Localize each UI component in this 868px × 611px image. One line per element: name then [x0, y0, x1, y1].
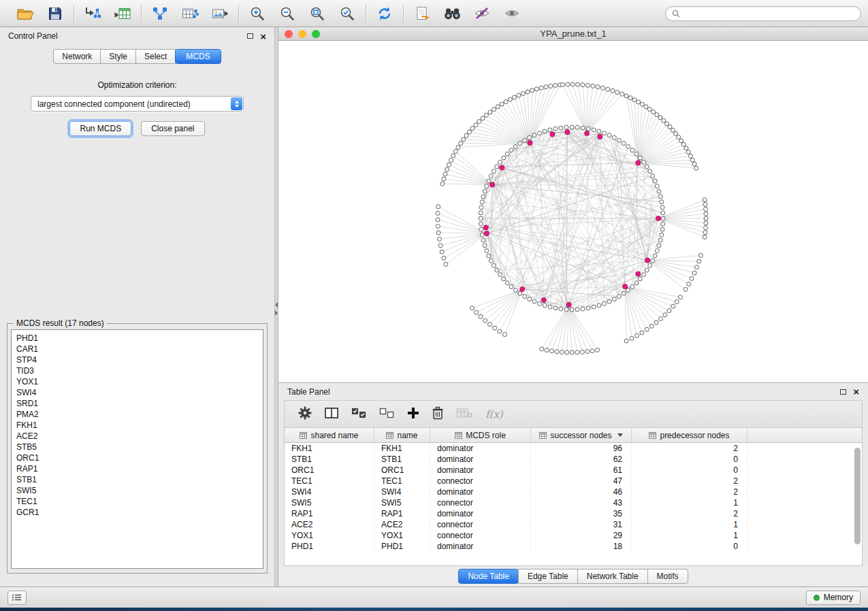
- collapse-right-icon[interactable]: [275, 310, 278, 316]
- network-node[interactable]: [651, 259, 655, 263]
- network-hub-TEC1[interactable]: [623, 284, 628, 289]
- network-node[interactable]: [647, 108, 652, 112]
- network-node[interactable]: [703, 231, 707, 235]
- network-node[interactable]: [559, 126, 563, 130]
- network-node[interactable]: [658, 116, 662, 120]
- network-node[interactable]: [453, 150, 457, 154]
- mcds-result-item[interactable]: ORC1: [16, 452, 263, 463]
- mcds-result-item[interactable]: GCR1: [16, 507, 263, 518]
- network-node[interactable]: [655, 184, 659, 188]
- network-hub-STP4[interactable]: [565, 130, 570, 135]
- network-node[interactable]: [495, 268, 499, 272]
- mcds-result-item[interactable]: PHD1: [16, 333, 263, 344]
- network-canvas[interactable]: [278, 41, 868, 382]
- network-node[interactable]: [626, 145, 630, 149]
- network-node[interactable]: [612, 135, 616, 139]
- table-row[interactable]: YOX1YOX1connector291: [285, 530, 862, 541]
- network-node[interactable]: [677, 135, 681, 139]
- network-node[interactable]: [543, 303, 547, 308]
- column-header-shared-name[interactable]: shared name: [285, 428, 374, 442]
- tab-select[interactable]: Select: [135, 49, 176, 64]
- network-node[interactable]: [521, 92, 525, 96]
- network-node[interactable]: [477, 120, 481, 124]
- maximize-window-traffic-light[interactable]: [312, 30, 320, 38]
- network-node[interactable]: [645, 165, 649, 169]
- network-node[interactable]: [481, 116, 485, 120]
- network-node[interactable]: [502, 277, 506, 281]
- network-node[interactable]: [498, 329, 502, 333]
- mcds-result-item[interactable]: SWI4: [16, 387, 263, 398]
- network-node[interactable]: [498, 273, 502, 277]
- network-node[interactable]: [532, 299, 536, 303]
- table-row[interactable]: FKH1FKH1dominator962: [285, 443, 862, 454]
- network-node[interactable]: [596, 85, 600, 89]
- network-node[interactable]: [590, 349, 594, 353]
- network-node[interactable]: [622, 291, 626, 295]
- network-node[interactable]: [660, 205, 664, 210]
- network-node[interactable]: [585, 350, 590, 354]
- network-node[interactable]: [504, 100, 508, 104]
- network-node[interactable]: [649, 324, 654, 328]
- network-node[interactable]: [657, 244, 661, 248]
- share-document-button[interactable]: [411, 3, 434, 24]
- network-node[interactable]: [602, 301, 607, 306]
- network-node[interactable]: [697, 259, 701, 263]
- network-node[interactable]: [508, 97, 512, 101]
- network-node[interactable]: [653, 179, 657, 183]
- network-node[interactable]: [559, 307, 563, 311]
- network-node[interactable]: [644, 105, 648, 109]
- network-node[interactable]: [445, 167, 449, 171]
- network-node[interactable]: [526, 90, 530, 94]
- network-node[interactable]: [545, 348, 549, 352]
- network-node[interactable]: [528, 297, 532, 301]
- network-node[interactable]: [548, 305, 552, 309]
- network-table-button[interactable]: [178, 3, 202, 24]
- network-node[interactable]: [674, 131, 678, 135]
- show-columns-button[interactable]: [325, 407, 338, 421]
- network-node[interactable]: [704, 226, 708, 230]
- network-node[interactable]: [517, 93, 521, 97]
- network-node[interactable]: [585, 83, 590, 87]
- network-node[interactable]: [481, 195, 485, 199]
- network-node[interactable]: [483, 318, 487, 323]
- network-node[interactable]: [586, 127, 590, 131]
- criterion-dropdown[interactable]: largest connected component (undirected): [31, 96, 244, 112]
- network-node[interactable]: [436, 211, 440, 215]
- network-node[interactable]: [437, 237, 441, 241]
- network-node[interactable]: [575, 350, 579, 354]
- network-node[interactable]: [617, 295, 621, 299]
- network-node[interactable]: [479, 222, 483, 226]
- network-node[interactable]: [638, 156, 642, 160]
- network-hub-SWI4[interactable]: [566, 302, 571, 307]
- network-node[interactable]: [492, 169, 496, 174]
- network-node[interactable]: [500, 102, 504, 106]
- network-graph[interactable]: [278, 41, 868, 382]
- network-node[interactable]: [496, 105, 500, 109]
- network-node[interactable]: [438, 244, 443, 248]
- network-node[interactable]: [538, 131, 542, 135]
- table-scrollbar[interactable]: [854, 445, 861, 563]
- close-window-traffic-light[interactable]: [285, 30, 293, 38]
- network-hub-YOX1[interactable]: [490, 182, 495, 187]
- unselect-all-columns-button[interactable]: [379, 408, 394, 420]
- network-node[interactable]: [480, 200, 484, 204]
- network-node[interactable]: [560, 83, 564, 87]
- network-node[interactable]: [592, 305, 596, 309]
- network-node[interactable]: [661, 216, 665, 220]
- table-row[interactable]: STB1STB1dominator620: [285, 454, 862, 465]
- mcds-result-item[interactable]: TEC1: [16, 496, 263, 507]
- network-node[interactable]: [462, 137, 466, 142]
- panel-menu-button[interactable]: [7, 591, 27, 605]
- zoom-in-button[interactable]: [246, 3, 269, 24]
- memory-button[interactable]: Memory: [806, 591, 861, 605]
- network-node[interactable]: [489, 174, 493, 178]
- network-node[interactable]: [597, 303, 601, 308]
- network-node[interactable]: [600, 86, 605, 90]
- new-network-button[interactable]: [148, 3, 172, 24]
- network-node[interactable]: [479, 205, 483, 210]
- network-node[interactable]: [592, 128, 596, 132]
- network-node[interactable]: [624, 339, 628, 343]
- network-node[interactable]: [657, 189, 661, 193]
- network-node[interactable]: [660, 200, 664, 204]
- network-node[interactable]: [681, 142, 686, 146]
